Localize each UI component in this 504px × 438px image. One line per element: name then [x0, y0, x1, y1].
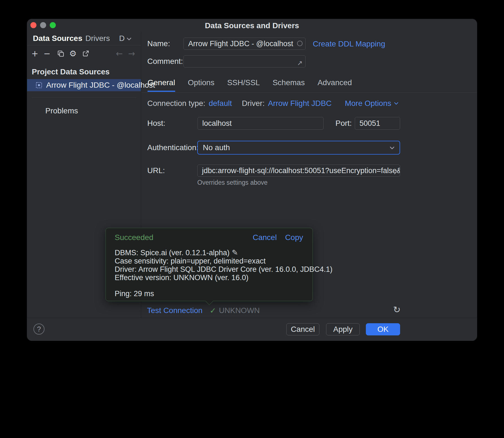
- test-connection-link[interactable]: Test Connection: [147, 306, 203, 315]
- test-connection-row: Test Connection ✓ UNKNOWN: [147, 305, 260, 316]
- driver-line: Driver: Arrow Flight SQL JDBC Driver Cor…: [115, 265, 303, 273]
- settings-tabs: General Options SSH/SSL Schemas Advanced: [148, 78, 352, 92]
- popup-body: DBMS: Spice.ai (ver. 0.12.1-alpha)✎ Case…: [115, 249, 303, 298]
- sidebar-item-problems[interactable]: Problems: [45, 105, 78, 116]
- project-data-sources-heading: Project Data Sources: [32, 68, 110, 76]
- host-value: localhost: [202, 119, 232, 127]
- connection-status-text: UNKNOWN: [219, 306, 260, 315]
- tab-ddl-mappings[interactable]: D: [119, 34, 125, 43]
- expand-icon[interactable]: ↗: [393, 166, 399, 177]
- tab-options[interactable]: Options: [188, 78, 215, 92]
- chevron-down-icon: [393, 100, 400, 107]
- url-label: URL:: [147, 166, 165, 175]
- tab-ssh-ssl[interactable]: SSH/SSL: [227, 78, 260, 92]
- plus-icon: +: [31, 49, 38, 58]
- port-label: Port:: [335, 119, 352, 127]
- tab-data-sources[interactable]: Data Sources: [33, 34, 82, 43]
- back-button[interactable]: ←: [114, 49, 124, 59]
- data-source-icon: [35, 82, 43, 89]
- connection-type-row: Connection type: default Driver: Arrow F…: [147, 99, 332, 108]
- progress-circle-icon: [297, 41, 303, 46]
- divider: [32, 97, 136, 98]
- connection-type-label: Connection type:: [147, 99, 205, 108]
- connection-type-value[interactable]: default: [209, 99, 232, 108]
- export-button[interactable]: [81, 49, 91, 59]
- gear-icon: ⚙: [69, 49, 77, 58]
- tab-schemas[interactable]: Schemas: [272, 78, 305, 92]
- name-value: Arrow Flight JDBC - @localhost: [188, 40, 293, 48]
- sidebar-toolbar: + − ⚙ ← →: [27, 45, 141, 62]
- url-input[interactable]: jdbc:arrow-flight-sql://localhost:50051?…: [197, 165, 400, 177]
- popup-copy-link[interactable]: Copy: [285, 233, 303, 242]
- driver-label: Driver:: [242, 99, 264, 108]
- comment-input[interactable]: ↗: [183, 55, 306, 67]
- minus-icon: −: [43, 49, 50, 58]
- name-label: Name:: [147, 40, 170, 48]
- status-succeeded: Succeeded: [115, 233, 153, 242]
- remove-data-source-button[interactable]: −: [42, 49, 52, 59]
- popup-header: Succeeded Cancel Copy: [115, 233, 303, 242]
- url-value: jdbc:arrow-flight-sql://localhost:50051?…: [202, 166, 400, 175]
- undo-icon[interactable]: ↺: [393, 304, 401, 315]
- help-button[interactable]: ?: [33, 324, 44, 335]
- tab-advanced[interactable]: Advanced: [317, 78, 352, 92]
- add-data-source-button[interactable]: +: [30, 49, 40, 59]
- titlebar: Data Sources and Drivers: [27, 19, 477, 32]
- tab-drivers[interactable]: Drivers: [85, 34, 110, 43]
- cancel-button[interactable]: Cancel: [286, 323, 319, 335]
- data-sources-dialog: Data Sources and Drivers Data Sources Dr…: [27, 19, 477, 341]
- port-value: 50051: [359, 119, 380, 127]
- host-label: Host:: [147, 119, 165, 127]
- divider: [141, 92, 477, 93]
- duplicate-button[interactable]: [56, 49, 66, 59]
- data-source-label: Arrow Flight JDBC - @localhost: [46, 81, 155, 90]
- ping-line: Ping: 29 ms: [115, 290, 303, 298]
- forward-arrow-icon: →: [128, 49, 135, 58]
- chevron-down-icon: [389, 144, 396, 152]
- window-title: Data Sources and Drivers: [27, 19, 477, 32]
- authentication-value: No auth: [203, 143, 230, 152]
- tab-general[interactable]: General: [148, 78, 175, 92]
- dialog-footer: ? Cancel Apply OK: [27, 318, 477, 341]
- port-input[interactable]: 50051: [355, 117, 400, 130]
- popup-cancel-link[interactable]: Cancel: [253, 233, 277, 242]
- host-input[interactable]: localhost: [198, 117, 324, 130]
- authentication-label: Authentication:: [147, 144, 198, 152]
- export-icon: [82, 50, 89, 57]
- more-options-label: More Options: [345, 99, 391, 108]
- dbms-line: DBMS: Spice.ai (ver. 0.12.1-alpha)✎: [115, 249, 303, 257]
- test-connection-popup: Succeeded Cancel Copy DBMS: Spice.ai (ve…: [106, 228, 313, 301]
- name-input[interactable]: Arrow Flight JDBC - @localhost: [183, 38, 306, 50]
- sidebar-tabs: Data Sources Drivers D: [27, 32, 141, 45]
- screen: Data Sources and Drivers Data Sources Dr…: [0, 0, 504, 438]
- settings-button[interactable]: ⚙: [68, 49, 78, 59]
- url-note: Overrides settings above: [197, 179, 267, 186]
- edit-pencil-icon[interactable]: ✎: [232, 248, 238, 257]
- data-source-item-selected[interactable]: Arrow Flight JDBC - @localhost: [27, 79, 141, 91]
- back-arrow-icon: ←: [116, 49, 123, 58]
- authentication-select[interactable]: No auth: [197, 141, 400, 155]
- copy-icon: [57, 50, 64, 57]
- dbms-text: DBMS: Spice.ai (ver. 0.12.1-alpha): [115, 249, 230, 257]
- driver-value-link[interactable]: Arrow Flight JDBC: [268, 99, 332, 108]
- more-options-button[interactable]: More Options: [345, 99, 400, 108]
- apply-button[interactable]: Apply: [326, 323, 360, 335]
- check-icon: ✓: [210, 306, 216, 315]
- expand-icon[interactable]: ↗: [297, 57, 303, 67]
- comment-label: Comment:: [147, 57, 183, 66]
- ok-button[interactable]: OK: [366, 323, 400, 335]
- effective-version-line: Effective version: UNKNOWN (ver. 16.0): [115, 273, 303, 282]
- case-sensitivity-line: Case sensitivity: plain=upper, delimited…: [115, 257, 303, 265]
- chevron-down-icon[interactable]: [125, 35, 133, 43]
- forward-button[interactable]: →: [127, 49, 136, 59]
- create-ddl-mapping-link[interactable]: Create DDL Mapping: [313, 40, 385, 48]
